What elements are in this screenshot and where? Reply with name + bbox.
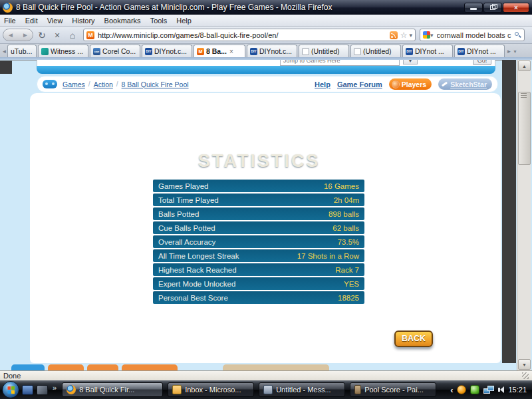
menu-history[interactable]: History bbox=[72, 17, 94, 25]
window-title: 8 Ball Quick Fire Pool - Action Games at… bbox=[16, 3, 464, 12]
flip3d-icon[interactable] bbox=[37, 385, 48, 395]
list-all-tabs-icon[interactable]: ▾ bbox=[512, 49, 518, 57]
taskbar-button-firefox[interactable]: 8 Ball Quick Fir... bbox=[62, 382, 163, 397]
sketchstar-label: SketchStar bbox=[450, 80, 487, 88]
go-button[interactable]: Go! bbox=[473, 60, 491, 65]
page-bottom-tab[interactable] bbox=[223, 364, 329, 370]
page-bottom-tab[interactable] bbox=[122, 364, 178, 370]
help-link[interactable]: Help bbox=[315, 80, 331, 88]
url-dropdown-icon[interactable]: ▾ bbox=[409, 32, 412, 39]
breadcrumb-games-link[interactable]: Games bbox=[63, 80, 85, 88]
diynot-favicon: DIY bbox=[406, 48, 413, 55]
tab-youtube[interactable]: uTub... bbox=[7, 45, 37, 57]
tab-diynot-2[interactable]: DIY DIYnot.c... bbox=[247, 45, 297, 57]
statistics-title: STATISTICS bbox=[78, 151, 440, 172]
stat-row-highest-rack: Highest Rack Reached Rack 7 bbox=[153, 263, 364, 276]
menu-view[interactable]: View bbox=[47, 17, 63, 25]
address-bar[interactable]: M http://www.miniclip.com/games/8-ball-q… bbox=[83, 29, 416, 41]
taskbar-button-paint[interactable]: Pool Score - Pai... bbox=[350, 382, 436, 397]
scroll-up-icon[interactable]: ▲ bbox=[518, 61, 531, 71]
tab-untitled-2[interactable]: (Untitled) bbox=[350, 45, 401, 57]
menu-edit[interactable]: Edit bbox=[25, 17, 38, 25]
taskbar: » 8 Ball Quick Fir... Inbox - Microso...… bbox=[0, 380, 532, 399]
restore-button[interactable] bbox=[483, 3, 502, 13]
diynot-favicon: DIY bbox=[250, 48, 257, 55]
reload-button[interactable]: ↻ bbox=[35, 29, 49, 42]
tray-chevron-icon[interactable]: ‹ bbox=[450, 385, 453, 395]
stat-value: 898 balls bbox=[329, 210, 359, 218]
scrollbar-thumb[interactable] bbox=[518, 92, 531, 165]
search-input[interactable]: cornwall model boats c bbox=[437, 31, 515, 39]
menu-bookmarks[interactable]: Bookmarks bbox=[104, 17, 141, 25]
header-links: Help Game Forum Players SketchStar bbox=[315, 78, 492, 90]
window-titlebar: 8 Ball Quick Fire Pool - Action Games at… bbox=[0, 0, 532, 15]
blank-page-icon bbox=[302, 48, 309, 55]
minimize-button[interactable] bbox=[464, 3, 483, 13]
breadcrumb-game-link[interactable]: 8 Ball Quick Fire Pool bbox=[122, 80, 189, 88]
tray-update-icon[interactable] bbox=[470, 385, 479, 394]
players-icon bbox=[392, 80, 400, 88]
vertical-scrollbar[interactable]: ▲ ▼ bbox=[517, 60, 531, 370]
page-bottom-tab[interactable] bbox=[48, 364, 84, 370]
gamepad-icon bbox=[43, 80, 57, 88]
tab-diynot-1[interactable]: DIY DIYnot.c... bbox=[142, 45, 192, 57]
google-icon bbox=[423, 31, 430, 39]
stat-row-total-time: Total Time Played 2h 04m bbox=[153, 194, 364, 206]
restore-icon bbox=[490, 5, 495, 10]
scroll-down-icon[interactable]: ▼ bbox=[518, 359, 531, 370]
menu-file[interactable]: File bbox=[4, 17, 16, 25]
stat-label: Games Played bbox=[158, 182, 208, 190]
stop-button[interactable]: × bbox=[51, 29, 64, 42]
bookmark-star-icon[interactable]: ☆ bbox=[400, 31, 408, 40]
tab-label: DIYnot.c... bbox=[259, 47, 292, 55]
menubar: File Edit View History Bookmarks Tools H… bbox=[0, 15, 532, 27]
close-button[interactable]: × bbox=[503, 3, 529, 13]
menu-help[interactable]: Help bbox=[176, 17, 192, 25]
scrollbar-grip bbox=[521, 93, 527, 98]
sketchstar-button[interactable]: SketchStar bbox=[438, 78, 492, 90]
page-bottom-tab[interactable] bbox=[87, 364, 118, 370]
tab-diynot-3[interactable]: DIY DIYnot ... bbox=[402, 45, 453, 57]
back-button[interactable]: BACK bbox=[394, 331, 433, 347]
game-forum-link[interactable]: Game Forum bbox=[337, 80, 382, 88]
tab-untitled-1[interactable]: (Untitled) bbox=[299, 45, 349, 57]
back-icon[interactable]: ◄ bbox=[7, 31, 14, 39]
players-button[interactable]: Players bbox=[389, 78, 432, 90]
tab-8ball-active[interactable]: M 8 Ba... × bbox=[194, 45, 245, 57]
jump-to-games-select[interactable]: Jump to Games Here bbox=[280, 60, 400, 66]
back-forward-buttons[interactable]: ◄ ► bbox=[3, 29, 33, 41]
task-label: Inbox - Microso... bbox=[185, 386, 241, 394]
start-button[interactable] bbox=[2, 381, 19, 398]
game-statistics-screen: STATISTICS Games Played 16 Games Total T… bbox=[78, 95, 440, 356]
rss-icon[interactable] bbox=[390, 31, 398, 39]
tab-scroll-right-icon[interactable]: ► bbox=[506, 49, 512, 57]
network-icon[interactable] bbox=[483, 386, 494, 394]
stat-label: Total Time Played bbox=[158, 196, 219, 204]
resize-grip[interactable] bbox=[522, 372, 529, 379]
tray-clock-app-icon[interactable] bbox=[457, 385, 466, 394]
show-desktop-icon[interactable] bbox=[22, 385, 33, 395]
tab-scroll-left-icon[interactable]: ◄ bbox=[1, 49, 7, 57]
forward-icon[interactable]: ► bbox=[22, 31, 29, 39]
volume-icon[interactable] bbox=[498, 386, 504, 393]
url-text[interactable]: http://www.miniclip.com/games/8-ball-qui… bbox=[98, 31, 390, 39]
tab-close-icon[interactable]: × bbox=[229, 48, 233, 55]
tab-witness[interactable]: Witness ... bbox=[38, 45, 88, 57]
tab-label: DIYnot.c... bbox=[154, 47, 187, 55]
taskbar-button-inbox[interactable]: Inbox - Microso... bbox=[168, 382, 254, 397]
menu-tools[interactable]: Tools bbox=[150, 17, 168, 25]
quicklaunch-overflow-icon[interactable]: » bbox=[53, 384, 57, 392]
taskbar-button-message[interactable]: Untitled - Mess... bbox=[259, 382, 345, 397]
tab-corel[interactable]: cwe Corel Co... bbox=[90, 45, 140, 57]
search-engine-dropdown-icon[interactable]: ▾ bbox=[430, 32, 434, 39]
stat-label: Balls Potted bbox=[158, 210, 199, 218]
jump-dropdown-icon[interactable]: ▼ bbox=[403, 60, 418, 65]
search-magnifier-icon[interactable] bbox=[515, 32, 521, 39]
search-box[interactable]: ▾ cornwall model boats c bbox=[420, 29, 525, 41]
page-bottom-tab[interactable] bbox=[11, 364, 45, 370]
breadcrumb-action-link[interactable]: Action bbox=[94, 80, 113, 88]
tab-diynot-4[interactable]: DIY DIYnot ... bbox=[454, 45, 505, 57]
tab-label: (Untitled) bbox=[311, 47, 340, 55]
home-button[interactable]: ⌂ bbox=[66, 29, 79, 42]
message-icon bbox=[263, 385, 273, 394]
